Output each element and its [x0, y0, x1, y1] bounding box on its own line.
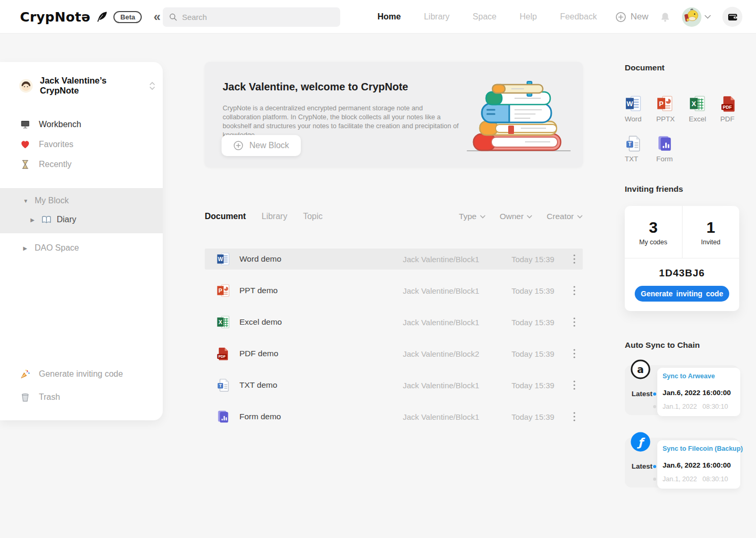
row-menu-kebab-icon[interactable]: [569, 410, 580, 423]
latest-label: Latest: [632, 390, 653, 398]
inviting-code-value: 1D43BJ6: [625, 267, 739, 279]
tree-item-dao-space[interactable]: ▶ DAO Space: [0, 239, 163, 257]
invited-value: 1: [706, 219, 715, 236]
collapsed-triangle-icon[interactable]: ▶: [30, 217, 38, 223]
filter-type[interactable]: Type: [459, 212, 486, 221]
tree-item-diary[interactable]: ▶ Diary: [0, 210, 163, 229]
doc-type-form[interactable]: Form: [656, 134, 689, 163]
main-nav: Home Library Space Help Feedback: [377, 0, 597, 34]
user-avatar-menu[interactable]: [682, 7, 711, 27]
tab-topic[interactable]: Topic: [303, 212, 322, 221]
pdf-file-icon: [720, 95, 737, 112]
welcome-title: Jack Valentine, welcome to CrypNote: [223, 81, 408, 93]
file-row-word-demo[interactable]: Word demo Jack Valentine/Block1 Today 15…: [205, 249, 583, 270]
doc-type-txt[interactable]: TXT: [625, 134, 656, 163]
nav-home[interactable]: Home: [377, 12, 401, 22]
latest-dot: [653, 465, 656, 468]
doc-type-label: Excel: [689, 115, 706, 123]
wallet-icon: [727, 12, 738, 23]
file-row-ppt-demo[interactable]: PPT demo Jack Valentine/Block1 Today 15:…: [205, 280, 583, 301]
wallet-button[interactable]: [722, 7, 742, 27]
form-file-icon: [216, 409, 230, 424]
doc-type-label: Form: [656, 155, 673, 163]
ppt-file-icon: [216, 283, 230, 298]
row-menu-kebab-icon[interactable]: [569, 253, 580, 265]
new-button-label: New: [631, 12, 648, 22]
file-list: Word demo Jack Valentine/Block1 Today 15…: [205, 249, 583, 438]
file-time: Today 15:39: [501, 286, 564, 295]
user-avatar: [682, 7, 701, 27]
file-row-excel-demo[interactable]: Excel demo Jack Valentine/Block1 Today 1…: [205, 312, 583, 333]
pdf-file-icon: [216, 346, 230, 361]
sidebar-item-workbench[interactable]: Workbench: [0, 115, 163, 134]
previous-time: 08:30:10: [702, 475, 728, 483]
search-bar[interactable]: [163, 7, 340, 27]
row-menu-kebab-icon[interactable]: [569, 347, 580, 360]
sync-to-arweave-link[interactable]: Sync to Arweave: [663, 373, 715, 380]
doc-type-excel[interactable]: Excel: [689, 95, 720, 123]
filter-owner[interactable]: Owner: [500, 212, 533, 221]
latest-time: 16:00:00: [702, 461, 731, 469]
doc-type-pdf[interactable]: PDF: [720, 95, 751, 123]
excel-file-icon: [216, 315, 230, 329]
file-owner: Jack Valentine/Block1: [378, 412, 504, 421]
file-name: PDF demo: [239, 349, 278, 358]
top-bar: CrypNotə Beta « Home Library Space Help …: [0, 0, 756, 34]
doc-type-label: TXT: [625, 155, 638, 163]
workspace-name: Jack Valentine’s CrypNote: [40, 76, 142, 96]
generate-inviting-code-button[interactable]: Generate inviting code: [635, 286, 729, 302]
sidebar-item-generate-inviting-code[interactable]: Generate inviting code: [0, 363, 163, 386]
row-menu-kebab-icon[interactable]: [569, 379, 580, 391]
new-button[interactable]: New: [615, 12, 648, 23]
tab-document[interactable]: Document: [205, 212, 246, 221]
txt-file-icon: [625, 134, 642, 152]
row-menu-kebab-icon[interactable]: [569, 284, 580, 297]
filter-creator[interactable]: Creator: [547, 212, 583, 221]
sidebar-item-recently[interactable]: Recently: [0, 154, 163, 174]
expanded-triangle-icon[interactable]: ▼: [23, 198, 30, 204]
inviting-friends-title: Inviting friends: [625, 184, 683, 194]
my-block-label: My Block: [35, 196, 69, 205]
nav-library[interactable]: Library: [424, 12, 449, 22]
beta-badge: Beta: [113, 11, 142, 23]
search-icon: [169, 13, 177, 22]
my-codes-label: My codes: [639, 239, 668, 246]
filter-creator-label: Creator: [547, 212, 574, 221]
file-owner: Jack Valentine/Block1: [378, 286, 504, 295]
workspace-switcher[interactable]: Jack Valentine’s CrypNote: [0, 62, 163, 96]
invited-stat: 1 Invited: [682, 206, 740, 258]
txt-file-icon: [216, 378, 230, 392]
doc-type-label: Word: [625, 115, 642, 123]
sync-to-filecoin-link[interactable]: Sync to Filecoin (Backup): [663, 445, 743, 452]
nav-space[interactable]: Space: [472, 12, 496, 22]
filecoin-sync-card: ƒ Sync to Filecoin (Backup) Latest Jan.6…: [625, 435, 739, 491]
doc-type-word[interactable]: Word: [625, 95, 656, 123]
file-row-txt-demo[interactable]: TXT demo Jack Valentine/Block1 Today 15:…: [205, 375, 583, 396]
tab-library[interactable]: Library: [261, 212, 287, 221]
new-block-button[interactable]: New Block: [222, 135, 301, 156]
file-row-pdf-demo[interactable]: PDF demo Jack Valentine/Block2 Today 15:…: [205, 343, 583, 364]
previous-date: Jan.1, 2022: [663, 475, 697, 483]
nav-feedback[interactable]: Feedback: [560, 12, 597, 22]
collapse-sidebar-icon[interactable]: «: [153, 11, 160, 23]
tree-item-my-block[interactable]: ▼ My Block: [0, 191, 163, 210]
nav-help[interactable]: Help: [520, 12, 537, 22]
file-name: Form demo: [239, 412, 281, 421]
file-row-form-demo[interactable]: Form demo Jack Valentine/Block1 Today 15…: [205, 406, 583, 427]
doc-type-pptx[interactable]: PPTX: [656, 95, 689, 123]
quill-icon: [96, 11, 108, 23]
app-logo: CrypNotə: [20, 9, 90, 25]
row-menu-kebab-icon[interactable]: [569, 316, 580, 328]
collapsed-triangle-icon[interactable]: ▶: [23, 245, 30, 251]
notifications-bell-icon[interactable]: [660, 12, 670, 23]
file-name: Word demo: [239, 254, 281, 264]
sidebar-item-trash[interactable]: Trash: [0, 386, 163, 409]
document-type-grid: Word PPTX Excel PDF TXT Form: [625, 95, 751, 163]
sidebar-item-favorites[interactable]: Favorites: [0, 134, 163, 154]
latest-dot: [653, 392, 656, 396]
doc-type-label: PPTX: [656, 115, 675, 123]
search-input[interactable]: [182, 13, 334, 22]
word-file-icon: [625, 95, 642, 112]
ppt-file-icon: [656, 95, 673, 112]
file-name: Excel demo: [239, 317, 282, 327]
